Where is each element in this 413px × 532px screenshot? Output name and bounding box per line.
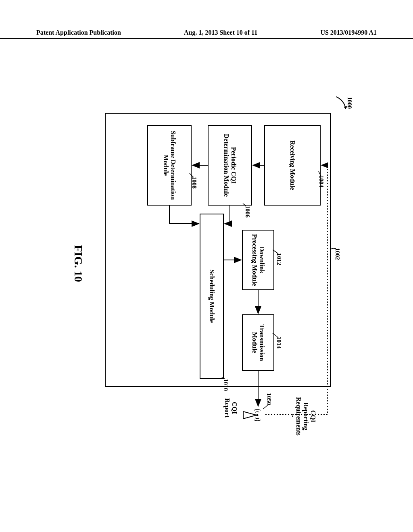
header-center: Aug. 1, 2013 Sheet 10 of 11: [184, 29, 257, 36]
connection-arrows: [52, 89, 359, 451]
header-right: US 2013/0194990 A1: [320, 29, 377, 36]
header-left: Patent Application Publication: [36, 29, 121, 36]
diagram: Receiving Module Periodic CQI Determinat…: [52, 89, 359, 451]
page-area: Receiving Module Periodic CQI Determinat…: [40, 56, 371, 484]
